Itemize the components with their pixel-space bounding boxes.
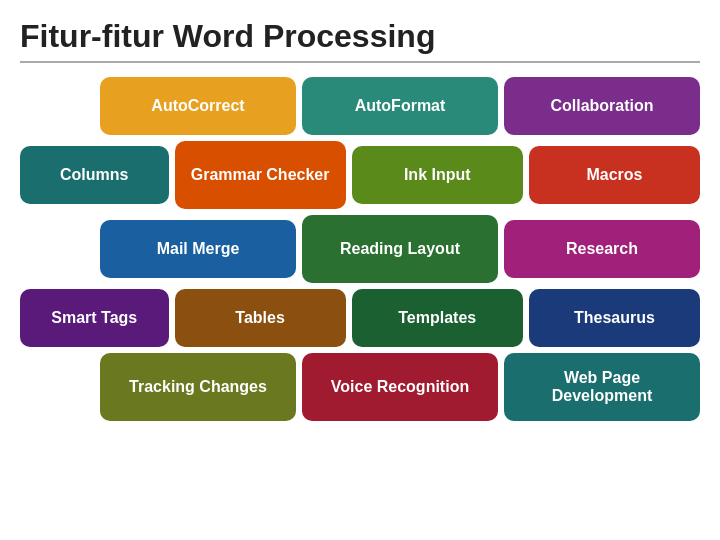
cell-macros[interactable]: Macros: [529, 146, 700, 204]
cell-autoformat[interactable]: AutoFormat: [302, 77, 498, 135]
row-4: Smart Tags Tables Templates Thesaurus: [20, 289, 700, 347]
cell-voice-recognition[interactable]: Voice Recognition: [302, 353, 498, 421]
page-title: Fitur-fitur Word Processing: [20, 18, 700, 63]
cell-collaboration[interactable]: Collaboration: [504, 77, 700, 135]
cell-autocorrect[interactable]: AutoCorrect: [100, 77, 296, 135]
cell-templates[interactable]: Templates: [352, 289, 523, 347]
row-5: Tracking Changes Voice Recognition Web P…: [20, 353, 700, 421]
cell-smart-tags[interactable]: Smart Tags: [20, 289, 169, 347]
cell-grammar-checker[interactable]: Grammar Checker: [175, 141, 346, 209]
cell-columns[interactable]: Columns: [20, 146, 169, 204]
cell-ink-input[interactable]: Ink Input: [352, 146, 523, 204]
cell-mail-merge[interactable]: Mail Merge: [100, 220, 296, 278]
cell-tracking-changes[interactable]: Tracking Changes: [100, 353, 296, 421]
page: Fitur-fitur Word Processing AutoCorrect …: [0, 0, 720, 540]
cell-reading-layout[interactable]: Reading Layout: [302, 215, 498, 283]
row-2: Columns Grammar Checker Ink Input Macros: [20, 141, 700, 209]
row-3: Mail Merge Reading Layout Research: [20, 215, 700, 283]
row-1: AutoCorrect AutoFormat Collaboration: [20, 77, 700, 135]
cell-thesaurus[interactable]: Thesaurus: [529, 289, 700, 347]
cell-research[interactable]: Research: [504, 220, 700, 278]
feature-grid: AutoCorrect AutoFormat Collaboration Col…: [20, 77, 700, 421]
cell-tables[interactable]: Tables: [175, 289, 346, 347]
cell-web-page-development[interactable]: Web Page Development: [504, 353, 700, 421]
